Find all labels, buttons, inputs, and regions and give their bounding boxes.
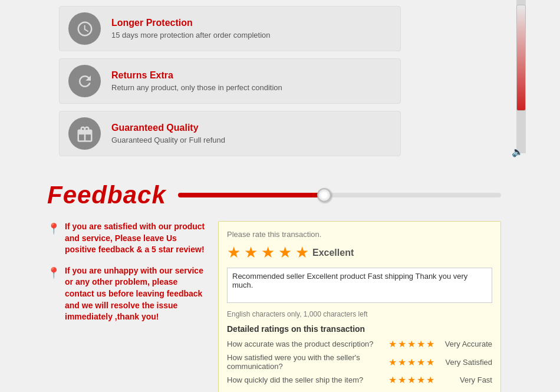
feedback-slider-container [178, 193, 501, 197]
mini-star-1-2[interactable]: ★ [398, 357, 406, 368]
protection-item-returns-extra: Returns Extra Return any product, only t… [59, 58, 401, 104]
feedback-slider-track[interactable] [178, 193, 501, 197]
feedback-section: Feedback 📍 If you are satisfied with our… [0, 169, 560, 392]
rating-row-shipping: How quickly did the seller ship the item… [227, 374, 492, 386]
mini-star-0-2[interactable]: ★ [398, 338, 406, 350]
clock-icon [76, 20, 94, 38]
feedback-negative-text: If you are unhappy with our service or a… [65, 265, 206, 323]
protection-section: 🔈 Longer Protection 15 days more protect… [0, 0, 560, 169]
scrollbar-track[interactable] [516, 0, 526, 153]
mini-star-2-2[interactable]: ★ [398, 374, 406, 386]
star-3[interactable]: ★ [261, 243, 275, 262]
star-1[interactable]: ★ [227, 243, 241, 262]
mini-stars-2: ★ ★ ★ ★ ★ [388, 374, 434, 386]
feedback-title: Feedback [47, 181, 166, 209]
chars-left: English characters only, 1,000 character… [227, 310, 492, 318]
rate-label: Please rate this transaction. [227, 230, 492, 239]
mini-star-0-5[interactable]: ★ [426, 338, 434, 350]
protection-text-longer: Longer Protection 15 days more protectio… [111, 18, 271, 39]
mini-star-1-3[interactable]: ★ [407, 357, 416, 368]
star-4[interactable]: ★ [278, 243, 292, 262]
protection-title-returns: Returns Extra [111, 70, 282, 81]
scrollbar-thumb[interactable] [516, 5, 526, 111]
stars-row: ★ ★ ★ ★ ★ Excellent [227, 243, 492, 262]
rating-question-0: How accurate was the product description… [227, 340, 384, 348]
mini-star-1-4[interactable]: ★ [417, 357, 425, 368]
mini-star-2-1[interactable]: ★ [388, 374, 397, 386]
rating-question-1: How satisfied were you with the seller's… [227, 353, 384, 371]
pin-icon-negative: 📍 [47, 266, 60, 279]
feedback-positive-message: 📍 If you are satisfied with our product … [47, 221, 206, 256]
refresh-icon [76, 73, 94, 90]
protection-desc-quality: Guaranteed Quality or Full refund [111, 136, 225, 144]
rating-label: Excellent [312, 248, 354, 258]
pin-icon-positive: 📍 [47, 222, 60, 235]
mini-stars-1: ★ ★ ★ ★ ★ [388, 357, 434, 368]
mini-star-2-4[interactable]: ★ [417, 374, 425, 386]
star-5[interactable]: ★ [295, 243, 309, 262]
gift-icon [76, 125, 94, 143]
mini-stars-0: ★ ★ ★ ★ ★ [388, 338, 434, 350]
protection-desc-longer: 15 days more protection after order comp… [111, 31, 271, 39]
mini-star-0-1[interactable]: ★ [388, 338, 397, 350]
protection-title-longer: Longer Protection [111, 18, 271, 28]
detailed-ratings-title: Detailed ratings on this transaction [227, 324, 492, 334]
protection-icon-clock [68, 12, 101, 45]
protection-item-guaranteed-quality: Guaranteed Quality Guaranteed Quality or… [59, 111, 401, 156]
rating-label-2: Very Fast [439, 375, 492, 384]
mini-star-0-4[interactable]: ★ [417, 338, 425, 350]
rating-label-1: Very Satisfied [439, 358, 492, 367]
feedback-textarea[interactable] [227, 268, 492, 303]
feedback-left-column: 📍 If you are satisfied with our product … [47, 221, 206, 332]
feedback-textarea-wrapper [227, 268, 492, 305]
rating-row-description: How accurate was the product description… [227, 338, 492, 350]
feedback-content: 📍 If you are satisfied with our product … [47, 221, 501, 392]
protection-icon-refresh [68, 65, 101, 97]
feedback-positive-text: If you are satisfied with our product an… [65, 221, 206, 256]
rating-row-communication: How satisfied were you with the seller's… [227, 353, 492, 371]
rating-question-2: How quickly did the seller ship the item… [227, 375, 384, 384]
feedback-negative-message: 📍 If you are unhappy with our service or… [47, 265, 206, 323]
protection-text-returns: Returns Extra Return any product, only t… [111, 70, 282, 92]
rating-label-0: Very Accurate [439, 340, 492, 348]
protection-desc-returns: Return any product, only those in perfec… [111, 83, 282, 92]
volume-icon: 🔈 [512, 146, 523, 157]
main-container: 🔈 Longer Protection 15 days more protect… [0, 0, 560, 392]
mini-star-2-5[interactable]: ★ [426, 374, 434, 386]
feedback-header: Feedback [47, 181, 501, 209]
mini-star-1-5[interactable]: ★ [426, 357, 434, 368]
mini-star-2-3[interactable]: ★ [407, 374, 416, 386]
protection-icon-gift [68, 117, 101, 150]
feedback-slider-thumb[interactable] [317, 188, 331, 202]
protection-text-quality: Guaranteed Quality Guaranteed Quality or… [111, 123, 225, 144]
mini-star-0-3[interactable]: ★ [407, 338, 416, 350]
feedback-form: Please rate this transaction. ★ ★ ★ ★ ★ … [218, 221, 501, 392]
mini-star-1-1[interactable]: ★ [388, 357, 397, 368]
protection-title-quality: Guaranteed Quality [111, 123, 225, 133]
protection-item-longer-protection: Longer Protection 15 days more protectio… [59, 6, 401, 51]
star-2[interactable]: ★ [244, 243, 258, 262]
